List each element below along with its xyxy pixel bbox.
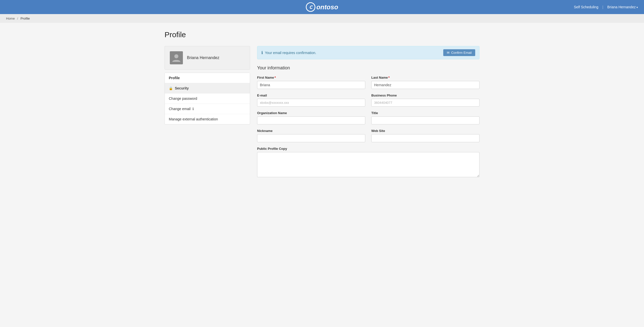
title-group: Title (371, 111, 479, 124)
org-title-row: Organization Name Title (257, 111, 479, 124)
main-content: Profile Briana Hernandez Profile 🔒 Secur (158, 23, 486, 185)
header-right: Self Scheduling | Briana Hernandez (574, 5, 638, 9)
user-menu[interactable]: Briana Hernandez (607, 5, 638, 9)
alert-message-left: ℹ Your email requires confirmation. (261, 50, 316, 55)
sidebar-item-manage-auth[interactable]: Manage external authentication (165, 114, 250, 124)
title-label: Title (371, 111, 479, 115)
sidebar-menu: Profile 🔒 Security Change password Chang… (165, 73, 250, 124)
last-name-group: Last Name* (371, 76, 479, 89)
section-title: Your information (257, 65, 479, 71)
avatar (170, 51, 183, 64)
header: ᴄ ontoso Self Scheduling | Briana Hernan… (0, 0, 644, 14)
email-input[interactable] (257, 99, 365, 107)
org-name-group: Organization Name (257, 111, 365, 124)
business-phone-input[interactable] (371, 99, 479, 107)
confirm-email-label: Confirm Email (451, 51, 472, 55)
title-input[interactable] (371, 116, 479, 124)
breadcrumb-bar: Home / Profile (0, 14, 644, 23)
email-icon: ✉ (447, 51, 450, 55)
first-name-required: * (274, 76, 276, 79)
first-name-input[interactable] (257, 81, 365, 89)
sidebar-security-label: Security (175, 86, 189, 90)
sidebar-item-change-email[interactable]: Change email ℹ (165, 104, 250, 114)
email-phone-row: E-mail Business Phone (257, 94, 479, 107)
org-name-label: Organization Name (257, 111, 365, 115)
org-name-input[interactable] (257, 116, 365, 124)
breadcrumb-home[interactable]: Home (6, 17, 15, 20)
change-email-label: Change email (169, 107, 190, 111)
content-layout: Briana Hernandez Profile 🔒 Security Chan… (165, 46, 479, 178)
page-title: Profile (165, 30, 479, 39)
alert-message: Your email requires confirmation. (265, 51, 316, 55)
website-label: Web Site (371, 129, 479, 133)
nickname-group: Nickname (257, 129, 365, 142)
svg-point-0 (174, 54, 178, 58)
avatar-icon (172, 53, 181, 62)
form-area: ℹ Your email requires confirmation. ✉ Co… (257, 46, 479, 178)
logo-circle: ᴄ (306, 2, 315, 12)
public-profile-group: Public Profile Copy (257, 147, 479, 178)
website-input[interactable] (371, 134, 479, 142)
sidebar-user-name: Briana Hernandez (187, 56, 219, 60)
lock-icon: 🔒 (169, 86, 173, 90)
user-card: Briana Hernandez (165, 46, 250, 70)
sidebar-item-profile[interactable]: Profile (165, 73, 250, 83)
last-name-required: * (388, 76, 390, 79)
first-name-label: First Name* (257, 76, 365, 79)
breadcrumb-separator: / (17, 17, 18, 20)
email-confirmation-alert: ℹ Your email requires confirmation. ✉ Co… (257, 46, 479, 59)
nickname-input[interactable] (257, 134, 365, 142)
last-name-input[interactable] (371, 81, 479, 89)
alert-icon: ℹ (261, 50, 263, 55)
breadcrumb: Home / Profile (6, 17, 30, 20)
sidebar: Briana Hernandez Profile 🔒 Security Chan… (165, 46, 250, 124)
header-divider: | (602, 5, 603, 9)
nickname-label: Nickname (257, 129, 365, 133)
last-name-label: Last Name* (371, 76, 479, 79)
logo: ᴄ ontoso (306, 2, 338, 12)
sidebar-security-section: 🔒 Security (165, 83, 250, 94)
change-email-info-icon: ℹ (192, 107, 194, 111)
first-name-group: First Name* (257, 76, 365, 89)
logo-text: ontoso (316, 3, 338, 11)
name-row: First Name* Last Name* (257, 76, 479, 89)
public-profile-label: Public Profile Copy (257, 147, 479, 151)
breadcrumb-current: Profile (21, 17, 30, 20)
business-phone-group: Business Phone (371, 94, 479, 107)
self-scheduling-link[interactable]: Self Scheduling (574, 5, 598, 9)
website-group: Web Site (371, 129, 479, 142)
email-label: E-mail (257, 94, 365, 97)
sidebar-item-change-password[interactable]: Change password (165, 94, 250, 104)
confirm-email-button[interactable]: ✉ Confirm Email (443, 49, 475, 56)
business-phone-label: Business Phone (371, 94, 479, 97)
nickname-website-row: Nickname Web Site (257, 129, 479, 142)
public-profile-textarea[interactable] (257, 152, 479, 177)
email-group: E-mail (257, 94, 365, 107)
